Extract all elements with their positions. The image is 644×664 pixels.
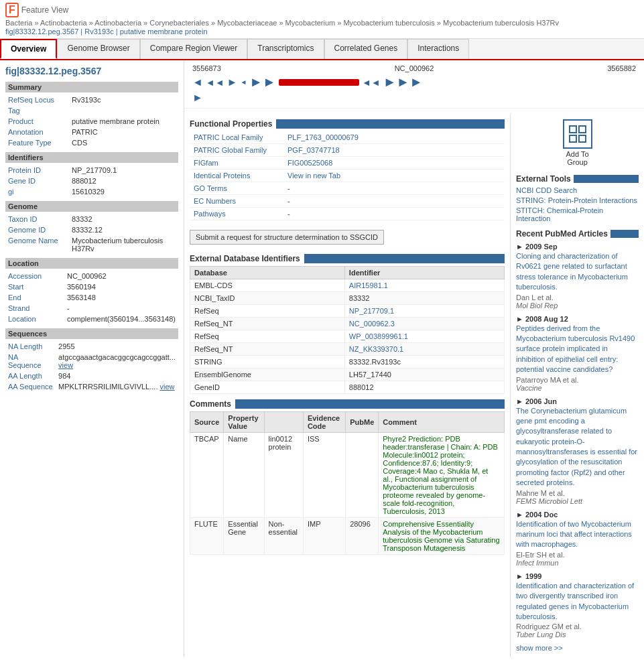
table-row: NA Length 2955 (5, 341, 178, 352)
db-id-link[interactable]: WP_003899961.1 (349, 332, 408, 340)
db-id-link[interactable]: NZ_KK339370.1 (349, 345, 403, 353)
pubmed-article-title[interactable]: Identification and characterization of t… (516, 581, 639, 622)
ext-db-title-bar (304, 254, 505, 263)
comment-value: Non-essential (264, 518, 303, 555)
prop-label: AA Length (5, 371, 56, 381)
sequences-header: Sequences (5, 328, 178, 339)
prop-label: NA Sequence (5, 352, 56, 371)
prop-value: putative membrane protein (69, 116, 178, 127)
ext-tools-link[interactable]: STITCH: Chemical-Protein Interaction (516, 206, 603, 222)
table-row: Gene ID 888012 (5, 176, 178, 186)
pubmed-article-1: ► 2009 Sep Cloning and characterization … (516, 243, 639, 310)
table-row: Product putative membrane protein (5, 116, 178, 127)
fp-title-bar (276, 119, 505, 129)
content-row: Functional Properties PATRIC Local Famil… (184, 114, 644, 657)
pubmed-date: ► 2004 Doc (516, 511, 639, 519)
genome-viewer: 3556873 NC_000962 3565882 ◄ ◄◄ ► ◄ ►► ◄◄… (184, 60, 644, 109)
tab-overview[interactable]: Overview (0, 39, 57, 59)
prop-value: 3563148 (64, 292, 178, 303)
fp-link[interactable]: View in new Tab (287, 172, 340, 180)
tab-transcriptomics[interactable]: Transcriptomics (247, 39, 324, 59)
table-row: Identical Proteins View in new Tab (190, 170, 505, 182)
tab-correlated-genes[interactable]: Correlated Genes (324, 39, 408, 59)
table-row: RefSeq NP_217709.1 (190, 305, 505, 318)
prop-label: Gene ID (5, 176, 69, 186)
coord-left: 3556873 (192, 64, 221, 72)
pubmed-article-title[interactable]: The Corynebacterium glutamicum gene pmt … (516, 406, 639, 488)
prop-label: Start (5, 281, 64, 292)
pubmed-article-title[interactable]: Cloning and characterization of Rv0621 g… (516, 251, 639, 293)
arrow-right-big: ►► (249, 74, 276, 90)
summary-header: Summary (5, 82, 178, 92)
fp-label: GO Terms (190, 182, 283, 195)
table-row: AA Length 984 (5, 371, 178, 381)
table-row: Strand - (5, 303, 178, 314)
app-logo: F (5, 3, 19, 17)
ext-tools-link[interactable]: STRING: Protein-Protein Interactions (516, 196, 637, 204)
tab-interactions[interactable]: Interactions (407, 39, 469, 59)
pubmed-journal: FEMS Microbiol Lett (516, 497, 639, 505)
arrow-extra: ► (190, 92, 639, 104)
na-sequence-view-link[interactable]: view (58, 361, 73, 369)
comment-pubme: 28096 (346, 518, 379, 555)
fp-link[interactable]: PGF_03747718 (287, 146, 340, 154)
prop-value: 984 (56, 371, 178, 381)
pubmed-article-title[interactable]: Identification of two Mycobacterium mari… (516, 519, 639, 550)
table-row: Genome Name Mycobacterium tuberculosis H… (5, 235, 178, 254)
pubmed-date: ► 2006 Jun (516, 397, 639, 405)
comment-pubme (346, 433, 379, 518)
db-name: RefSeq (190, 305, 345, 318)
table-row: GO Terms - (190, 182, 505, 195)
table-row: TBCAP Name lin0012 protein ISS Phyre2 Pr… (190, 433, 505, 518)
ext-tools-link[interactable]: NCBI CDD Search (516, 186, 577, 194)
db-id-link[interactable]: AIR15981.1 (349, 281, 388, 289)
arrow-left-3: ► (227, 76, 238, 88)
gene-title: fig|83332.12.peg.3567 (5, 66, 178, 76)
aa-sequence-view-link[interactable]: view (160, 383, 175, 391)
pubmed-title: Recent PubMed Articles (516, 229, 608, 239)
prop-label: Protein ID (5, 165, 69, 176)
col-value (264, 412, 303, 433)
middle-panel: Functional Properties PATRIC Local Famil… (184, 114, 510, 657)
functional-properties-table: PATRIC Local Family PLF_1763_00000679 PA… (190, 131, 505, 220)
table-row: STRING 83332.Rv3193c (190, 356, 505, 369)
arrow-track: ◄ ◄◄ ► ◄ ►► ◄◄ ►►► (190, 74, 639, 90)
add-to-group-label: Add To Group (566, 150, 588, 166)
prop-value: 888012 (69, 176, 178, 186)
fp-link[interactable]: FIG00525068 (287, 159, 332, 167)
comment-property: Name (224, 433, 264, 518)
external-tools-list: NCBI CDD Search STRING: Protein-Protein … (516, 186, 639, 222)
db-name: STRING (190, 356, 345, 369)
prop-label: Feature Type (5, 137, 69, 148)
fp-label: Identical Proteins (190, 170, 283, 182)
fp-link[interactable]: PLF_1763_00000679 (287, 133, 359, 141)
fp-value: - (283, 195, 505, 208)
pubmed-article-title[interactable]: Peptides derived from the Mycobacterium … (516, 324, 639, 375)
db-id-link[interactable]: NP_217709.1 (349, 307, 394, 315)
pubmed-authors: Rodriguez GM et al. (516, 622, 639, 630)
summary-table: RefSeq Locus Rv3193c Tag Product putativ… (5, 94, 178, 148)
table-row: EMBL-CDS AIR15981.1 (190, 279, 505, 292)
svg-rect-1 (579, 126, 586, 133)
pubmed-authors: Mahne M et al. (516, 489, 639, 497)
tab-genome-browser[interactable]: Genome Browser (57, 39, 139, 59)
coord-mid: NC_000962 (395, 64, 434, 72)
ssgcid-button[interactable]: Submit a request for structure determina… (190, 230, 384, 245)
show-more-link[interactable]: show more >> (516, 644, 563, 652)
external-db-table: Database Identifier EMBL-CDS AIR15981.1 … (190, 266, 505, 394)
table-row: AA Sequence MPKLTRRSRILIMILGVIVLL.... vi… (5, 381, 178, 392)
ext-tools-bar (574, 175, 639, 183)
table-row: EnsemblGenome LH57_17440 (190, 369, 505, 381)
db-id-link[interactable]: NC_000962.3 (349, 320, 395, 328)
prop-value (69, 105, 178, 116)
fp-value: - (283, 182, 505, 195)
fp-value: PLF_1763_00000679 (283, 131, 505, 144)
table-header-row: Database Identifier (190, 267, 505, 279)
add-to-group-button[interactable] (563, 119, 592, 149)
fp-section-title: Functional Properties (190, 119, 505, 129)
prop-value: complement(3560194...3563148) (64, 314, 178, 324)
prop-value: 83332.12 (69, 224, 178, 235)
top-bar: F Feature View Bacteria » Actinobacteria… (0, 0, 644, 39)
tab-compare-region-viewer[interactable]: Compare Region Viewer (140, 39, 248, 59)
db-id: 888012 (344, 381, 504, 394)
